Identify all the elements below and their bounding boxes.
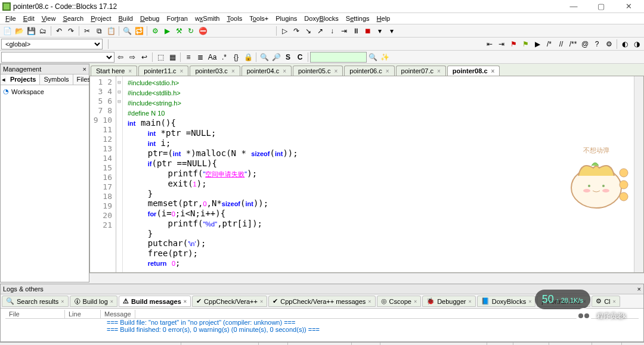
log-tab-fortran-info[interactable]: ƒFortran info× bbox=[537, 296, 590, 307]
close-tab-icon[interactable]: × bbox=[613, 299, 616, 304]
tab-projects[interactable]: Projects bbox=[7, 74, 40, 85]
menu-settings[interactable]: Settings bbox=[343, 14, 373, 23]
doxy-line-icon[interactable]: // bbox=[556, 39, 566, 49]
log-tab-search-results[interactable]: 🔍Search results× bbox=[2, 296, 69, 307]
col-message[interactable]: Message bbox=[101, 310, 135, 318]
copy-icon[interactable]: ⧉ bbox=[94, 26, 104, 36]
replace-icon[interactable]: 🔁 bbox=[134, 26, 144, 36]
log-row[interactable]: === Build file: "no target" in "no proje… bbox=[5, 319, 639, 326]
status-encoding[interactable]: UTF-8 bbox=[352, 343, 380, 345]
menu-build[interactable]: Build bbox=[116, 14, 136, 23]
doxy-cfg-icon[interactable]: ⚙ bbox=[603, 39, 614, 49]
status-lang[interactable]: C/C++ bbox=[259, 343, 288, 345]
file-tab-start-here[interactable]: Start here× bbox=[91, 66, 137, 76]
save-all-icon[interactable]: 🗂 bbox=[38, 26, 48, 36]
menu-plugins[interactable]: Plugins bbox=[273, 14, 300, 23]
file-tab-pointer08-c[interactable]: pointer08.c× bbox=[447, 66, 500, 76]
blocks-icon[interactable]: ▦ bbox=[167, 52, 178, 63]
close-button[interactable]: ✕ bbox=[620, 2, 637, 11]
tab-scroll-left-icon[interactable]: ◂ bbox=[1, 74, 7, 85]
fortran2-icon[interactable]: ◑ bbox=[631, 39, 642, 49]
incsearch-input[interactable] bbox=[310, 52, 367, 63]
rebuild-icon[interactable]: ↻ bbox=[185, 26, 196, 36]
log-row[interactable]: === Build finished: 0 error(s), 0 warnin… bbox=[5, 326, 639, 333]
stop-debug-icon[interactable]: ⏹ bbox=[363, 26, 373, 36]
close-tab-icon[interactable]: × bbox=[583, 299, 586, 304]
file-tab-pointer07-c[interactable]: pointer07.c× bbox=[396, 66, 446, 76]
log-tab-cppcheck-vera-[interactable]: ✔CppCheck/Vera++× bbox=[192, 296, 267, 307]
doxy-html-icon[interactable]: @ bbox=[580, 39, 590, 49]
close-tab-icon[interactable]: × bbox=[437, 68, 441, 74]
file-tab-pointer04-c[interactable]: pointer04.c× bbox=[242, 66, 292, 76]
next-line-icon[interactable]: ↓ bbox=[327, 26, 338, 36]
brace-icon[interactable]: {} bbox=[231, 52, 242, 63]
ab-icon[interactable]: Aa bbox=[207, 52, 218, 63]
close-tab-icon[interactable]: × bbox=[368, 299, 371, 304]
step-out-icon[interactable]: ↗ bbox=[315, 26, 326, 36]
menu-edit[interactable]: Edit bbox=[20, 14, 38, 23]
last-jump-icon[interactable]: ↩ bbox=[139, 52, 150, 63]
debug-windows-icon[interactable]: ▾ bbox=[374, 26, 385, 36]
highlight-icon[interactable]: ✨ bbox=[379, 52, 390, 63]
logs-close-icon[interactable]: × bbox=[637, 285, 641, 293]
close-tab-icon[interactable]: × bbox=[386, 68, 389, 74]
menu-wxsmith[interactable]: wxSmith bbox=[192, 14, 223, 23]
close-tab-icon[interactable]: × bbox=[260, 299, 263, 304]
file-tab-pointer05-c[interactable]: pointer05.c× bbox=[293, 66, 343, 76]
new-file-icon[interactable]: 📄 bbox=[2, 26, 13, 36]
vertical-scrollbar[interactable] bbox=[634, 76, 643, 272]
col-file[interactable]: File bbox=[5, 310, 65, 318]
bookmark-next-icon[interactable]: ⇥ bbox=[496, 39, 507, 49]
undo-icon[interactable]: ↶ bbox=[54, 26, 64, 36]
menu-fortran[interactable]: Fortran bbox=[163, 14, 190, 23]
menu-debug[interactable]: Debug bbox=[137, 14, 162, 23]
close-tab-icon[interactable]: × bbox=[334, 68, 338, 74]
paste-icon[interactable]: 📋 bbox=[106, 26, 116, 36]
menu-doxyblocks[interactable]: DoxyBlocks bbox=[301, 14, 341, 23]
bookmark-prev-icon[interactable]: ⇤ bbox=[484, 39, 495, 49]
run-icon[interactable]: ▶ bbox=[162, 26, 172, 36]
fwd-icon[interactable]: ⇨ bbox=[127, 52, 138, 63]
close-tab-icon[interactable]: × bbox=[528, 299, 531, 304]
lock-icon[interactable]: 🔒 bbox=[243, 52, 253, 63]
doxy-blk-icon[interactable]: /* bbox=[544, 39, 555, 49]
abort-icon[interactable]: ⛔ bbox=[197, 26, 208, 36]
status-insert[interactable]: Insert bbox=[487, 343, 514, 345]
log-tab-cppcheck-vera-messages[interactable]: ✔CppCheck/Vera++ messages× bbox=[268, 296, 375, 307]
diff-icon[interactable]: ≡ bbox=[183, 52, 194, 63]
workspace-item[interactable]: ◔ Workspace bbox=[3, 88, 86, 95]
fortran-icon[interactable]: ◐ bbox=[620, 39, 630, 49]
close-tab-icon[interactable]: × bbox=[184, 299, 187, 304]
build-run-icon[interactable]: ⚒ bbox=[174, 26, 184, 36]
target-combo[interactable]: <global> bbox=[1, 39, 103, 49]
close-tab-icon[interactable]: × bbox=[180, 68, 184, 74]
close-tab-icon[interactable]: × bbox=[468, 299, 471, 304]
flag-green-icon[interactable]: ⚑ bbox=[520, 39, 531, 49]
doxy-run-icon[interactable]: ▶ bbox=[532, 39, 543, 49]
col-line[interactable]: Line bbox=[65, 310, 101, 318]
open-icon[interactable]: 📂 bbox=[14, 26, 24, 36]
file-tab-pointer03-c[interactable]: pointer03.c× bbox=[190, 66, 240, 76]
log-tab-build-log[interactable]: 🛈Build log× bbox=[70, 296, 117, 307]
menu-search[interactable]: Search bbox=[60, 14, 86, 23]
status-profile[interactable]: default bbox=[592, 343, 622, 345]
horizontal-scrollbar[interactable] bbox=[89, 273, 644, 282]
zoom-out-icon[interactable]: 🔍 bbox=[259, 52, 270, 63]
flag-red-icon[interactable]: ⚑ bbox=[508, 39, 519, 49]
build-icon[interactable]: ⚙ bbox=[150, 26, 160, 36]
back-icon[interactable]: ⇦ bbox=[115, 52, 126, 63]
close-tab-icon[interactable]: × bbox=[128, 68, 132, 74]
save-icon[interactable]: 💾 bbox=[26, 26, 36, 36]
code-editor[interactable]: #include<stdio.h> #include<stdlib.h> #in… bbox=[123, 76, 634, 272]
status-eol[interactable]: Windows (CR+LF) bbox=[288, 343, 352, 345]
close-tab-icon[interactable]: × bbox=[414, 299, 417, 304]
tab-symbols[interactable]: Symbols bbox=[40, 74, 73, 85]
s-icon[interactable]: S bbox=[283, 52, 293, 63]
find-icon[interactable]: 🔍 bbox=[122, 26, 132, 36]
redo-icon[interactable]: ↷ bbox=[66, 26, 76, 36]
file-tab-pointer11-c[interactable]: pointer11.c× bbox=[138, 66, 188, 76]
step-into-icon[interactable]: ↘ bbox=[303, 26, 314, 36]
log-tab-doxyblocks[interactable]: 📘DoxyBlocks× bbox=[477, 296, 536, 307]
log-tab-cscope[interactable]: ◎Cscope× bbox=[377, 296, 422, 307]
log-tab-debugger[interactable]: 🐞Debugger× bbox=[422, 296, 476, 307]
